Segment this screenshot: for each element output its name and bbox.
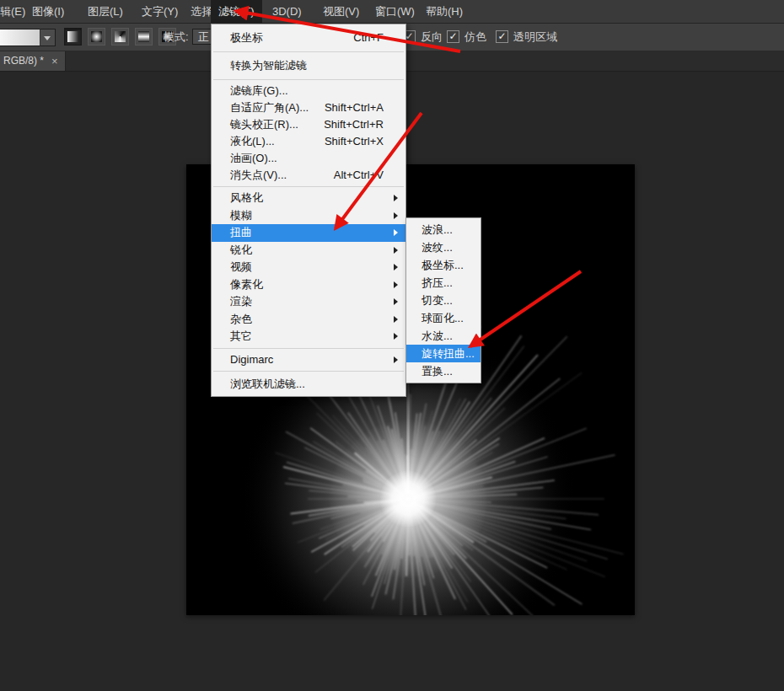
checkbox-icon[interactable]: ✓ (496, 30, 508, 43)
menubar-item[interactable]: 帮助(H) (426, 0, 463, 23)
checkbox-label: 透明区域 (513, 29, 557, 45)
filter-menu-item[interactable]: 模糊 (212, 207, 405, 225)
filter-menu: 极坐标Ctrl+F转换为智能滤镜滤镜库(G)...自适应广角(A)...Shif… (211, 24, 406, 397)
menu-item-label: 风格化 (230, 190, 263, 207)
filter-menu-item[interactable]: 自适应广角(A)...Shift+Ctrl+A (212, 99, 405, 116)
menu-separator (213, 348, 404, 349)
menu-item-label: 滤镜库(G)... (230, 83, 288, 99)
distort-submenu-item[interactable]: 旋转扭曲... (406, 345, 481, 362)
filter-menu-item[interactable]: 像素化 (212, 276, 405, 294)
menu-item-label: 液化(L)... (230, 133, 275, 150)
chevron-down-icon (44, 36, 51, 40)
distort-submenu-item[interactable]: 波纹... (406, 238, 481, 256)
radial-gradient-button[interactable] (88, 28, 105, 46)
menu-item-label: 挤压... (422, 274, 453, 292)
menu-item-label: 极坐标... (422, 256, 464, 274)
menubar-item[interactable]: 辑(E) (0, 0, 25, 23)
menu-item-label: 其它 (230, 328, 252, 346)
submenu-arrow-icon (394, 229, 398, 236)
menu-item-label: 波浪... (422, 221, 453, 238)
mode-value: 正 (198, 30, 209, 43)
menu-item-label: 自适应广角(A)... (230, 99, 309, 116)
distort-submenu-item[interactable]: 波浪... (406, 221, 481, 238)
tab-close-icon[interactable]: × (51, 56, 58, 67)
filter-menu-item[interactable]: Digimarc (212, 351, 405, 369)
menu-separator (213, 186, 404, 187)
radial-gradient-icon (91, 31, 102, 42)
distort-submenu-item[interactable]: 球面化... (406, 309, 481, 327)
menu-separator (213, 51, 404, 52)
linear-gradient-icon (67, 31, 78, 42)
menubar-item[interactable]: 窗口(W) (375, 0, 415, 23)
menu-item-label: 渲染 (230, 293, 252, 311)
filter-menu-item[interactable]: 视频 (212, 259, 405, 276)
menu-item-label: 锐化 (230, 242, 252, 260)
filter-menu-item[interactable]: 滤镜库(G)... (212, 83, 405, 99)
mode-label: 模式: (164, 23, 189, 51)
linear-gradient-button[interactable] (64, 28, 82, 46)
menu-item-label: 像素化 (230, 276, 263, 294)
menu-item-label: 旋转扭曲... (422, 345, 475, 362)
menu-item-label: 模糊 (230, 207, 252, 225)
menu-item-shortcut: Ctrl+F (353, 27, 405, 49)
gradient-picker-dropdown-button[interactable] (40, 29, 56, 46)
checkbox-icon[interactable]: ✓ (447, 30, 459, 43)
menu-item-label: Digimarc (230, 351, 273, 369)
filter-menu-item[interactable]: 杂色 (212, 311, 405, 329)
checkbox-row[interactable]: ✓仿色 (447, 23, 486, 51)
menubar-item[interactable]: 文字(Y) (142, 0, 178, 23)
menu-item-label: 油画(O)... (230, 150, 277, 167)
angle-gradient-button[interactable] (111, 28, 129, 46)
menubar-item[interactable]: 视图(V) (323, 0, 359, 23)
menu-bar: 辑(E)图像(I)图层(L)文字(Y)选择(S)滤镜(T)3D(D)视图(V)窗… (0, 0, 784, 24)
menubar-item[interactable]: 图像(I) (32, 0, 64, 23)
menu-item-label: 视频 (230, 259, 252, 276)
menu-separator (213, 79, 404, 80)
filter-menu-item[interactable]: 油画(O)... (212, 150, 405, 167)
menu-item-label: 极坐标 (230, 27, 263, 49)
distort-submenu-item[interactable]: 水波... (406, 327, 481, 345)
submenu-arrow-icon (394, 333, 398, 340)
submenu-arrow-icon (394, 247, 398, 254)
checkbox-row[interactable]: ✓透明区域 (496, 23, 557, 51)
distort-submenu-item[interactable]: 置换... (406, 362, 481, 380)
submenu-arrow-icon (394, 281, 398, 288)
filter-menu-item[interactable]: 渲染 (212, 293, 405, 311)
filter-menu-item[interactable]: 锐化 (212, 242, 405, 260)
menu-item-label: 转换为智能滤镜 (230, 55, 307, 77)
menu-item-shortcut: Shift+Ctrl+X (325, 133, 405, 150)
distort-submenu-item[interactable]: 挤压... (406, 274, 481, 292)
distort-submenu-item[interactable]: 极坐标... (406, 256, 481, 274)
checkbox-row[interactable]: ✓反向 (403, 23, 443, 51)
menu-item-shortcut: Shift+Ctrl+R (324, 116, 405, 133)
reflected-gradient-button[interactable] (135, 28, 153, 46)
filter-menu-item[interactable]: 风格化 (212, 190, 405, 207)
submenu-arrow-icon (394, 356, 398, 363)
menubar-item-active[interactable]: 滤镜(T) (211, 0, 262, 23)
filter-menu-item[interactable]: 液化(L)...Shift+Ctrl+X (212, 133, 405, 150)
reflected-gradient-icon (138, 31, 149, 42)
menubar-item[interactable]: 3D(D) (272, 0, 302, 23)
menu-item-label: 镜头校正(R)... (230, 116, 298, 133)
checkbox-label: 反向 (421, 29, 443, 45)
filter-menu-item[interactable]: 转换为智能滤镜 (212, 55, 405, 77)
menu-item-label: 消失点(V)... (230, 167, 287, 184)
checkbox-label: 仿色 (464, 29, 486, 45)
menu-item-label: 杂色 (230, 311, 252, 329)
gradient-preview-swatch[interactable] (0, 29, 40, 46)
submenu-arrow-icon (394, 264, 398, 271)
filter-menu-item[interactable]: 镜头校正(R)...Shift+Ctrl+R (212, 116, 405, 133)
filter-menu-item[interactable]: 极坐标Ctrl+F (212, 27, 405, 49)
distort-submenu: 波浪...波纹...极坐标...挤压...切变...球面化...水波...旋转扭… (405, 217, 481, 383)
menu-item-label: 浏览联机滤镜... (230, 374, 305, 394)
menubar-item[interactable]: 图层(L) (88, 0, 123, 23)
filter-menu-item[interactable]: 浏览联机滤镜... (212, 374, 405, 394)
filter-menu-item[interactable]: 消失点(V)...Alt+Ctrl+V (212, 167, 405, 184)
document-tab[interactable]: RGB/8) * × (0, 51, 66, 71)
menu-item-label: 切变... (422, 292, 453, 309)
filter-menu-item[interactable]: 其它 (212, 328, 405, 346)
menu-item-label: 置换... (422, 362, 453, 380)
document-tab-title: RGB/8) * (3, 51, 44, 71)
filter-menu-item[interactable]: 扭曲 (212, 224, 405, 242)
distort-submenu-item[interactable]: 切变... (406, 292, 481, 309)
